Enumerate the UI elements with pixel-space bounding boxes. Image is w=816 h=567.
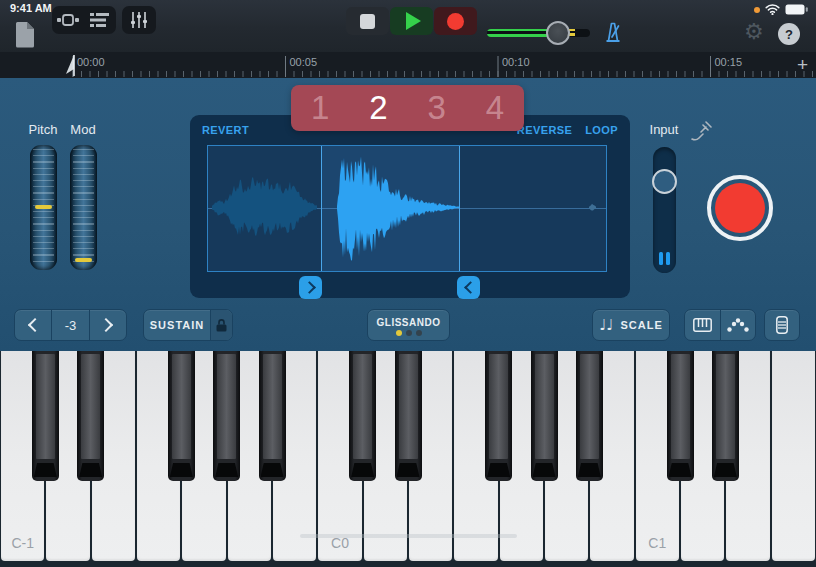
black-key-panel <box>353 354 372 459</box>
controls-faders-button[interactable] <box>122 6 156 34</box>
black-key-panel <box>263 354 282 459</box>
play-icon <box>406 12 421 30</box>
black-key[interactable] <box>259 351 286 481</box>
pitch-wheel[interactable] <box>30 145 57 270</box>
pitch-wheel-label: Pitch <box>23 122 63 137</box>
settings-gear-icon[interactable]: ⚙ <box>744 19 764 44</box>
scale-strips-button[interactable] <box>720 310 756 340</box>
keyboard-mode-group <box>684 309 756 341</box>
faders-icon <box>130 11 148 29</box>
status-icons <box>754 4 808 15</box>
input-pause-icon <box>653 252 676 265</box>
master-volume-knob[interactable] <box>546 21 570 45</box>
revert-button[interactable]: REVERT <box>202 124 249 136</box>
loop-button[interactable]: LOOP <box>585 124 618 136</box>
black-key-bevel <box>351 463 374 477</box>
ruler-time-label: 00:00 <box>77 56 105 68</box>
input-level-slider[interactable] <box>653 147 676 273</box>
keyboard-scrollbar[interactable] <box>300 534 517 538</box>
mod-wheel-label: Mod <box>63 122 103 137</box>
song-document-button[interactable] <box>14 21 36 48</box>
top-toolbar: 9:41 AM <box>0 0 816 53</box>
black-key[interactable] <box>667 351 694 481</box>
stop-button[interactable] <box>346 7 389 35</box>
black-key-bevel <box>669 463 692 477</box>
section-option-4[interactable]: 4 <box>466 85 524 131</box>
black-key-panel <box>535 354 554 459</box>
stop-icon <box>360 14 375 29</box>
ruler-time-label: 00:15 <box>715 56 743 68</box>
sample-editor-panel: REVERT REVERSE LOOP <box>190 115 630 298</box>
black-key[interactable] <box>77 351 104 481</box>
sample-record-icon <box>715 183 765 233</box>
reverse-button[interactable]: REVERSE <box>517 124 572 136</box>
octave-up-button[interactable] <box>89 310 126 340</box>
scale-button[interactable]: ♩♩ SCALE <box>592 309 670 341</box>
waveform-display[interactable] <box>207 145 607 272</box>
input-label: Input <box>642 122 686 137</box>
record-button[interactable] <box>434 7 477 35</box>
lock-icon <box>216 319 227 332</box>
add-section-button[interactable]: + <box>797 54 808 76</box>
view-toggle-group <box>52 6 116 34</box>
black-key[interactable] <box>349 351 376 481</box>
white-key[interactable] <box>772 351 815 561</box>
black-key[interactable] <box>531 351 558 481</box>
sampler-instrument-area: Pitch Mod REVERT REVERSE LOOP 1234 <box>0 78 816 351</box>
tracks-list-icon <box>90 13 110 27</box>
master-volume-slider[interactable] <box>487 29 555 37</box>
trim-start-handle[interactable] <box>299 276 322 299</box>
sample-selection-region[interactable] <box>321 146 460 271</box>
trim-end-handle[interactable] <box>457 276 480 299</box>
section-option-3[interactable]: 3 <box>408 85 466 131</box>
black-key-panel <box>399 354 418 459</box>
black-key[interactable] <box>168 351 195 481</box>
black-key-panel <box>81 354 100 459</box>
document-icon <box>14 21 36 48</box>
pitch-wheel-indicator <box>35 205 52 209</box>
sustain-button[interactable]: SUSTAIN <box>144 310 210 340</box>
play-button[interactable] <box>390 7 433 35</box>
transpose-value[interactable]: -3 <box>51 310 88 340</box>
section-option-1[interactable]: 1 <box>291 85 349 131</box>
mod-wheel-ridges <box>73 149 94 266</box>
battery-icon <box>785 4 808 15</box>
timeline-ruler[interactable]: + 00:0000:0500:1000:15 <box>0 52 816 79</box>
chevron-right-icon <box>99 318 113 332</box>
input-level-knob[interactable] <box>652 169 677 194</box>
key-label-C-1: C-1 <box>1 535 44 551</box>
keyboard-settings-button[interactable] <box>764 309 800 341</box>
transport-controls <box>346 7 477 35</box>
black-key-bevel <box>533 463 556 477</box>
sustain-group: SUSTAIN <box>143 309 233 341</box>
black-key-bevel <box>397 463 420 477</box>
black-key[interactable] <box>485 351 512 481</box>
black-key[interactable] <box>213 351 240 481</box>
sustain-lock-button[interactable] <box>210 310 232 340</box>
octave-down-button[interactable] <box>15 310 51 340</box>
black-key[interactable] <box>32 351 59 481</box>
track-view-button[interactable] <box>52 6 84 34</box>
help-button[interactable]: ? <box>778 23 800 45</box>
strip-icon <box>776 316 788 334</box>
tracks-list-button[interactable] <box>84 6 116 34</box>
black-key-bevel <box>79 463 102 477</box>
wifi-icon <box>765 4 780 15</box>
key-label-C1: C1 <box>636 535 679 551</box>
black-key-bevel <box>34 463 57 477</box>
section-option-2[interactable]: 2 <box>349 85 407 131</box>
black-key[interactable] <box>712 351 739 481</box>
sample-record-button[interactable] <box>707 175 773 241</box>
glissando-button[interactable]: GLISSANDO <box>367 309 450 341</box>
keyboard-view-button[interactable] <box>685 310 720 340</box>
ruler-time-label: 00:05 <box>290 56 318 68</box>
scale-label: SCALE <box>620 319 662 331</box>
black-key[interactable] <box>395 351 422 481</box>
notes-icon: ♩♩ <box>599 316 613 334</box>
record-icon <box>447 13 464 30</box>
mod-wheel[interactable] <box>70 145 97 270</box>
piano-keys-icon <box>693 318 712 332</box>
black-key[interactable] <box>576 351 603 481</box>
black-key-panel <box>172 354 191 459</box>
metronome-button[interactable] <box>602 21 624 44</box>
